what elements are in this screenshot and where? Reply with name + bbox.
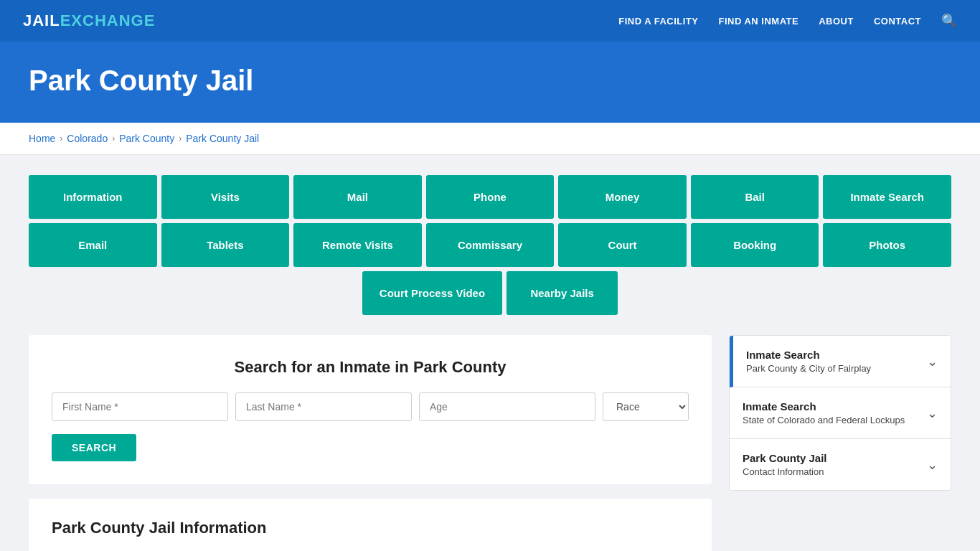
first-name-input[interactable]	[52, 392, 228, 421]
search-icon[interactable]: 🔍	[941, 13, 957, 29]
sidebar-card-contact-subtitle: Contact Information	[743, 466, 827, 477]
tile-money[interactable]: Money	[558, 175, 687, 219]
breadcrumb-colorado[interactable]: Colorado	[67, 133, 108, 144]
info-section: Park County Jail Information	[29, 499, 712, 551]
tile-row-3: Court Process Video Nearby Jails	[29, 271, 951, 315]
main-content: Information Visits Mail Phone Money Bail…	[0, 155, 980, 551]
tile-booking[interactable]: Booking	[691, 223, 819, 267]
tile-inmate-search[interactable]: Inmate Search	[823, 175, 951, 219]
tile-information[interactable]: Information	[29, 175, 157, 219]
search-fields: Race White Black Hispanic Asian Other	[52, 392, 689, 421]
tile-photos[interactable]: Photos	[823, 223, 951, 267]
logo-exchange: EXCHANGE	[60, 11, 156, 30]
breadcrumb-sep-3: ›	[179, 133, 182, 143]
tile-row-1: Information Visits Mail Phone Money Bail…	[29, 175, 951, 219]
breadcrumb-home[interactable]: Home	[29, 133, 55, 144]
sidebar-card-contact-title: Park County Jail	[743, 452, 827, 464]
tile-remote-visits[interactable]: Remote Visits	[293, 223, 422, 267]
navbar: JAILEXCHANGE FIND A FACILITY FIND AN INM…	[0, 0, 980, 42]
nav-find-inmate[interactable]: FIND AN INMATE	[718, 16, 798, 27]
tile-visits[interactable]: Visits	[161, 175, 290, 219]
tile-nearby-jails[interactable]: Nearby Jails	[507, 271, 618, 315]
site-logo[interactable]: JAILEXCHANGE	[23, 11, 155, 30]
tile-commissary[interactable]: Commissary	[426, 223, 555, 267]
sidebar-card-state-title: Inmate Search	[743, 400, 905, 413]
search-card: Search for an Inmate in Park County Race…	[29, 335, 712, 484]
page-title: Park County Jail	[29, 65, 951, 97]
nav-links: FIND A FACILITY FIND AN INMATE ABOUT CON…	[618, 13, 957, 29]
breadcrumb-park-county[interactable]: Park County	[119, 133, 174, 144]
tile-bail[interactable]: Bail	[691, 175, 819, 219]
nav-about[interactable]: ABOUT	[819, 16, 854, 27]
tile-row-2: Email Tablets Remote Visits Commissary C…	[29, 223, 951, 267]
chevron-down-icon: ⌄	[927, 354, 938, 369]
sidebar-card-local-title: Inmate Search	[746, 349, 871, 361]
logo-jail: JAIL	[23, 11, 60, 30]
last-name-input[interactable]	[235, 392, 412, 421]
breadcrumb-sep-1: ›	[60, 133, 62, 143]
tile-phone[interactable]: Phone	[426, 175, 555, 219]
nav-contact[interactable]: CONTACT	[874, 16, 921, 27]
tile-tablets[interactable]: Tablets	[161, 223, 290, 267]
tile-email[interactable]: Email	[29, 223, 157, 267]
search-button[interactable]: SEARCH	[52, 434, 136, 461]
age-input[interactable]	[419, 392, 595, 421]
breadcrumb: Home › Colorado › Park County › Park Cou…	[29, 133, 951, 144]
chevron-down-icon-3: ⌄	[927, 457, 938, 473]
sidebar-card-state[interactable]: Inmate Search State of Colorado and Fede…	[730, 387, 951, 439]
info-section-title: Park County Jail Information	[52, 519, 689, 537]
breadcrumb-current: Park County Jail	[186, 133, 259, 144]
breadcrumb-bar: Home › Colorado › Park County › Park Cou…	[0, 123, 980, 155]
hero-section: Park County Jail	[0, 42, 980, 123]
race-select[interactable]: Race White Black Hispanic Asian Other	[603, 392, 689, 421]
sidebar-card-contact[interactable]: Park County Jail Contact Information ⌄	[730, 439, 951, 490]
tile-mail[interactable]: Mail	[293, 175, 422, 219]
sidebar-card-local[interactable]: Inmate Search Park County & City of Fair…	[730, 336, 951, 387]
search-title: Search for an Inmate in Park County	[52, 358, 689, 377]
tile-court-process-video[interactable]: Court Process Video	[362, 271, 502, 315]
sidebar-card-local-subtitle: Park County & City of Fairplay	[746, 363, 871, 374]
chevron-down-icon-2: ⌄	[927, 405, 938, 421]
tile-court[interactable]: Court	[558, 223, 687, 267]
nav-find-facility[interactable]: FIND A FACILITY	[618, 16, 698, 27]
breadcrumb-sep-2: ›	[112, 133, 115, 143]
sidebar-cards: Inmate Search Park County & City of Fair…	[729, 335, 951, 491]
sidebar-card-state-subtitle: State of Colorado and Federal Lockups	[743, 415, 905, 425]
two-col-layout: Search for an Inmate in Park County Race…	[29, 335, 951, 551]
